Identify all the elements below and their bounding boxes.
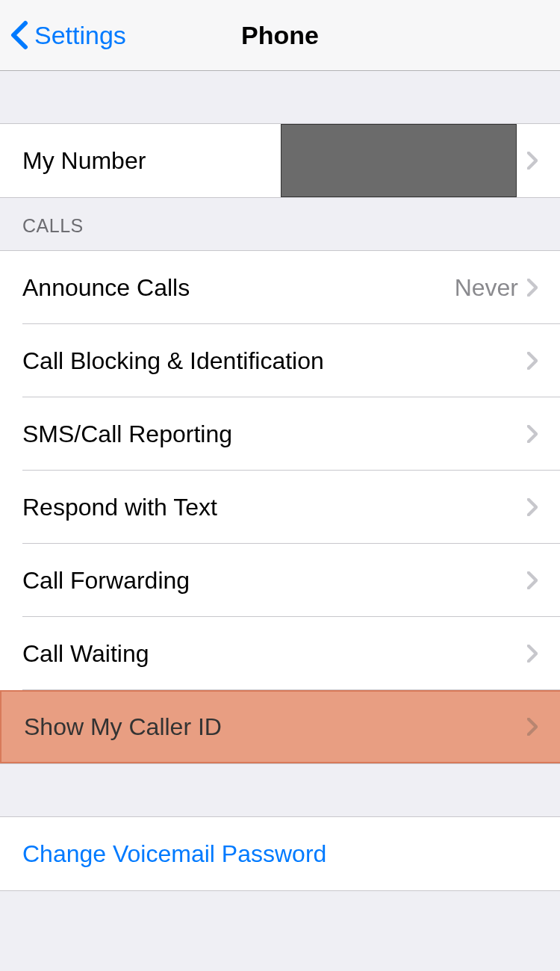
respond-text-label: Respond with Text [22, 494, 527, 521]
back-label: Settings [34, 21, 126, 50]
chevron-right-icon [527, 571, 538, 589]
call-waiting-cell[interactable]: Call Waiting [0, 617, 560, 690]
announce-calls-value: Never [455, 274, 518, 302]
call-blocking-label: Call Blocking & Identification [22, 347, 527, 375]
page-title: Phone [241, 21, 319, 50]
my-number-label: My Number [22, 147, 281, 175]
show-caller-id-cell[interactable]: Show My Caller ID [0, 690, 560, 763]
spacer [0, 71, 560, 123]
spacer [0, 764, 560, 816]
announce-calls-cell[interactable]: Announce Calls Never [0, 251, 560, 324]
my-number-group: My Number [0, 123, 560, 198]
chevron-right-icon [527, 279, 538, 297]
chevron-right-icon [527, 718, 538, 736]
chevron-right-icon [527, 425, 538, 443]
my-number-cell[interactable]: My Number [0, 124, 560, 197]
calls-header-container: CALLS [0, 198, 560, 250]
sms-reporting-cell[interactable]: SMS/Call Reporting [0, 397, 560, 471]
chevron-right-icon [527, 645, 538, 663]
chevron-right-icon [527, 152, 538, 170]
change-voicemail-password-cell[interactable]: Change Voicemail Password [0, 817, 560, 890]
calls-header: CALLS [0, 209, 560, 243]
call-forwarding-cell[interactable]: Call Forwarding [0, 544, 560, 617]
call-forwarding-label: Call Forwarding [22, 567, 527, 595]
announce-calls-label: Announce Calls [22, 274, 455, 302]
navigation-bar: Settings Phone [0, 0, 560, 71]
chevron-left-icon [10, 20, 28, 50]
calls-group: Announce Calls Never Call Blocking & Ide… [0, 250, 560, 764]
sms-reporting-label: SMS/Call Reporting [22, 421, 527, 448]
voicemail-group: Change Voicemail Password [0, 816, 560, 891]
show-caller-id-label: Show My Caller ID [24, 713, 527, 741]
back-button[interactable]: Settings [0, 20, 126, 50]
redacted-number [281, 124, 517, 197]
call-waiting-label: Call Waiting [22, 640, 527, 668]
chevron-right-icon [527, 498, 538, 516]
respond-text-cell[interactable]: Respond with Text [0, 471, 560, 544]
chevron-right-icon [527, 352, 538, 370]
call-blocking-cell[interactable]: Call Blocking & Identification [0, 324, 560, 397]
change-voicemail-password-label: Change Voicemail Password [22, 840, 538, 868]
